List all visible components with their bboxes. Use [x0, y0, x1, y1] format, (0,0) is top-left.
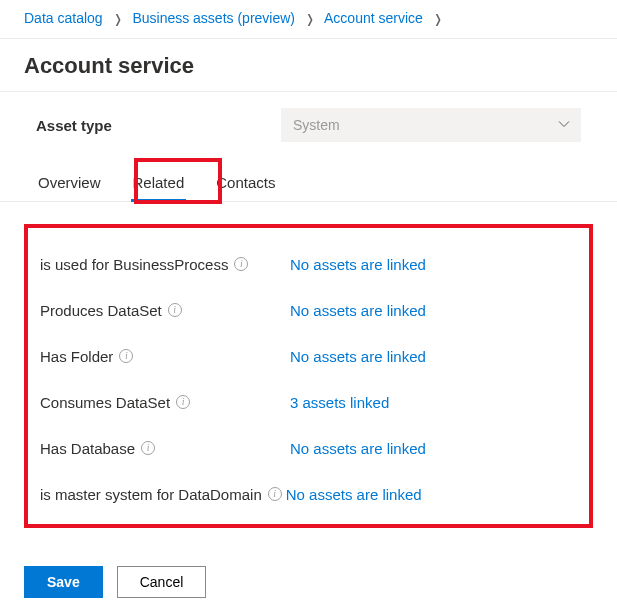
related-label-text: is master system for DataDomain [40, 486, 262, 503]
related-link[interactable]: No assets are linked [286, 486, 422, 503]
related-label-text: Has Database [40, 440, 135, 457]
asset-type-label: Asset type [36, 117, 281, 134]
asset-type-value: System [293, 117, 340, 133]
related-row: Has Database i No assets are linked [36, 428, 581, 468]
button-bar: Save Cancel [24, 566, 206, 598]
related-row: Produces DataSet i No assets are linked [36, 290, 581, 330]
chevron-right-icon: ❭ [433, 12, 443, 26]
related-panel: is used for BusinessProcess i No assets … [24, 224, 593, 528]
cancel-button[interactable]: Cancel [117, 566, 207, 598]
related-label-text: Produces DataSet [40, 302, 162, 319]
asset-type-row: Asset type System [0, 92, 617, 158]
related-label-text: Consumes DataSet [40, 394, 170, 411]
related-label-text: Has Folder [40, 348, 113, 365]
tab-related[interactable]: Related [131, 164, 187, 201]
related-link[interactable]: 3 assets linked [290, 394, 389, 411]
breadcrumb-data-catalog[interactable]: Data catalog [24, 10, 103, 26]
tab-contacts[interactable]: Contacts [214, 164, 277, 201]
info-icon[interactable]: i [176, 395, 190, 409]
related-row: is used for BusinessProcess i No assets … [36, 244, 581, 284]
related-link[interactable]: No assets are linked [290, 256, 426, 273]
info-icon[interactable]: i [234, 257, 248, 271]
page-title: Account service [0, 39, 617, 91]
chevron-right-icon: ❭ [113, 12, 123, 26]
chevron-down-icon [557, 117, 571, 134]
related-label: is used for BusinessProcess i [40, 256, 290, 273]
related-label: Produces DataSet i [40, 302, 290, 319]
asset-type-select[interactable]: System [281, 108, 581, 142]
related-label: Has Folder i [40, 348, 290, 365]
related-label: Consumes DataSet i [40, 394, 290, 411]
breadcrumb: Data catalog ❭ Business assets (preview)… [0, 0, 617, 39]
related-label-text: is used for BusinessProcess [40, 256, 228, 273]
breadcrumb-account-service[interactable]: Account service [324, 10, 423, 26]
tab-overview[interactable]: Overview [36, 164, 103, 201]
save-button[interactable]: Save [24, 566, 103, 598]
breadcrumb-business-assets[interactable]: Business assets (preview) [132, 10, 295, 26]
related-link[interactable]: No assets are linked [290, 348, 426, 365]
related-row: Has Folder i No assets are linked [36, 336, 581, 376]
chevron-right-icon: ❭ [305, 12, 315, 26]
related-link[interactable]: No assets are linked [290, 440, 426, 457]
info-icon[interactable]: i [168, 303, 182, 317]
related-link[interactable]: No assets are linked [290, 302, 426, 319]
related-label: Has Database i [40, 440, 290, 457]
related-row: is master system for DataDomain i No ass… [36, 474, 581, 514]
related-row: Consumes DataSet i 3 assets linked [36, 382, 581, 422]
info-icon[interactable]: i [268, 487, 282, 501]
related-label: is master system for DataDomain i [40, 486, 282, 503]
info-icon[interactable]: i [141, 441, 155, 455]
tabs: Overview Related Contacts [0, 164, 617, 202]
info-icon[interactable]: i [119, 349, 133, 363]
